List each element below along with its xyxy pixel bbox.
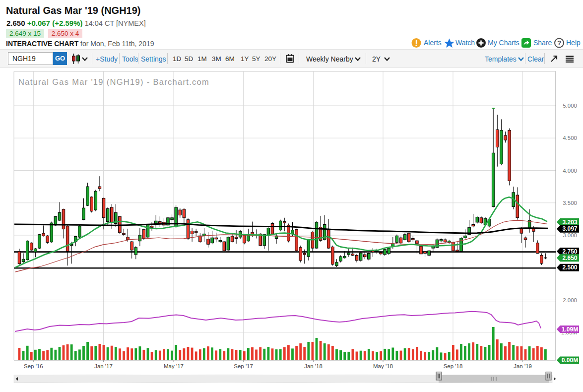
svg-text:May '18: May '18 <box>373 363 393 369</box>
svg-text:Sep '17: Sep '17 <box>234 363 253 369</box>
svg-text:3.097: 3.097 <box>562 225 577 232</box>
svg-text:5.000: 5.000 <box>563 103 577 109</box>
svg-text:2.650: 2.650 <box>562 255 577 261</box>
svg-text:Sep '18: Sep '18 <box>444 363 463 369</box>
svg-text:3.500: 3.500 <box>563 200 577 206</box>
svg-text:Jan '18: Jan '18 <box>304 363 323 369</box>
svg-text:?: ? <box>557 39 561 47</box>
svg-text:Natural Gas Mar '19 (NGH19) -: Natural Gas Mar '19 (NGH19) - Barchart.c… <box>18 77 209 86</box>
svg-text:4.000: 4.000 <box>563 168 577 174</box>
svg-text:3.000: 3.000 <box>563 232 577 238</box>
svg-text:0.00M: 0.00M <box>562 357 578 364</box>
svg-text:1.09M: 1.09M <box>562 326 578 333</box>
svg-text:Jan '19: Jan '19 <box>514 363 532 369</box>
svg-text:Jan '17: Jan '17 <box>94 363 113 369</box>
svg-text:2.000: 2.000 <box>563 297 577 303</box>
svg-text:4.500: 4.500 <box>563 135 577 141</box>
svg-text:Sep '16: Sep '16 <box>24 363 43 369</box>
svg-text:3.203: 3.203 <box>562 219 577 226</box>
svg-text:2.500: 2.500 <box>562 264 577 271</box>
svg-text:May '17: May '17 <box>164 363 184 369</box>
svg-text:2.750: 2.750 <box>562 248 577 255</box>
